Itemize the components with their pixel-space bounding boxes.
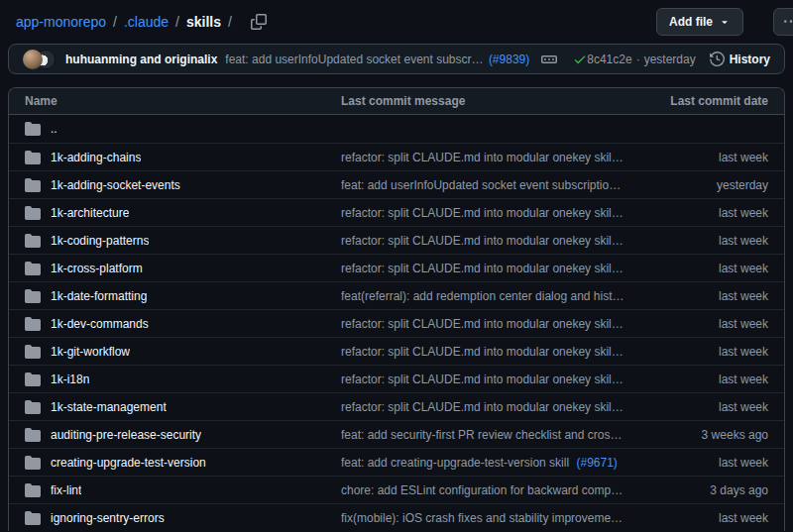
commit-authors[interactable]: huhuanming and originalix xyxy=(65,53,217,66)
file-table: Name Last commit message Last commit dat… xyxy=(8,87,785,531)
row-name-link[interactable]: 1k-adding-socket-events xyxy=(51,178,180,192)
folder-icon xyxy=(25,150,41,165)
row-message-text[interactable]: refactor: split CLAUDE.md into modular o… xyxy=(341,400,623,414)
row-date: 3 days ago xyxy=(649,483,768,497)
table-row[interactable]: 1k-cross-platform refactor: split CLAUDE… xyxy=(9,254,784,281)
table-row[interactable]: 1k-i18n refactor: split CLAUDE.md into m… xyxy=(9,365,784,392)
row-name-link[interactable]: 1k-dev-commands xyxy=(51,317,149,331)
name-cell: 1k-adding-socket-events xyxy=(25,177,341,193)
row-message-text[interactable]: refactor: split CLAUDE.md into modular o… xyxy=(341,317,623,331)
row-message-text[interactable]: fix(mobile): iOS crash fixes and stabili… xyxy=(341,511,626,525)
folder-icon xyxy=(25,205,41,221)
more-options-button[interactable] xyxy=(773,8,793,36)
folder-icon xyxy=(25,427,41,443)
table-row[interactable]: ignoring-sentry-errors fix(mobile): iOS … xyxy=(9,503,784,531)
table-row[interactable]: 1k-dev-commands refactor: split CLAUDE.m… xyxy=(9,309,784,337)
row-pr-link[interactable]: (#9839) xyxy=(623,178,649,192)
row-message-text[interactable]: refactor: split CLAUDE.md into modular o… xyxy=(341,234,623,248)
row-name-link[interactable]: 1k-i18n xyxy=(51,372,89,386)
table-row[interactable]: 1k-git-workflow refactor: split CLAUDE.m… xyxy=(9,337,784,365)
row-name-link[interactable]: 1k-git-workflow xyxy=(51,345,130,359)
row-pr-link[interactable]: (#9687) xyxy=(627,262,649,275)
row-pr-link[interactable]: (#9687) xyxy=(627,345,649,359)
row-message-text[interactable]: feat: add creating-upgrade-test-version … xyxy=(341,456,569,470)
row-date: last week xyxy=(649,262,768,275)
row-message-text[interactable]: feat: add security-first PR review check… xyxy=(341,428,649,442)
commit-comments-button[interactable] xyxy=(541,52,557,67)
name-cell: 1k-dev-commands xyxy=(25,316,341,332)
breadcrumb-parent-link[interactable]: .claude xyxy=(124,14,169,30)
table-row[interactable]: 1k-architecture refactor: split CLAUDE.m… xyxy=(9,198,784,226)
table-row[interactable]: 1k-adding-chains refactor: split CLAUDE.… xyxy=(9,143,784,170)
folder-icon xyxy=(25,510,41,526)
author-avatars[interactable] xyxy=(23,50,56,69)
breadcrumb-repo-link[interactable]: app-monorepo xyxy=(16,14,106,30)
row-pr-link[interactable]: (#9687) xyxy=(627,317,649,331)
row-message-text[interactable]: feat: add userInfoUpdated socket event s… xyxy=(341,178,621,192)
name-cell: 1k-cross-platform xyxy=(25,261,341,276)
row-pr-link[interactable]: (#9677) xyxy=(633,511,649,525)
folder-icon xyxy=(25,121,41,137)
row-name-link[interactable]: 1k-cross-platform xyxy=(51,262,143,275)
history-button[interactable]: History xyxy=(710,52,770,66)
table-row[interactable]: fix-lint chore: add ESLint configuration… xyxy=(9,476,784,503)
row-message-text[interactable]: refactor: split CLAUDE.md into modular o… xyxy=(341,345,623,359)
commit-bar-right: 8c41c2e · yesterday History xyxy=(587,52,770,66)
table-row[interactable]: 1k-date-formatting feat(referral): add r… xyxy=(9,281,784,309)
row-name-link[interactable]: 1k-adding-chains xyxy=(51,151,141,164)
add-file-label: Add file xyxy=(669,15,713,29)
row-name-link[interactable]: ignoring-sentry-errors xyxy=(51,511,165,525)
row-pr-link[interactable]: (#9687) xyxy=(627,206,649,220)
message-cell: refactor: split CLAUDE.md into modular o… xyxy=(341,151,649,164)
file-table-body: .. 1k-adding-chains refactor: split CLAU… xyxy=(9,115,784,531)
check-icon xyxy=(573,53,587,66)
name-cell: 1k-adding-chains xyxy=(25,150,341,165)
row-pr-link[interactable]: (#9687) xyxy=(627,372,649,386)
breadcrumb-separator: / xyxy=(175,14,179,30)
message-cell: fix(mobile): iOS crash fixes and stabili… xyxy=(341,511,649,525)
copy-path-button[interactable] xyxy=(249,12,269,32)
name-cell: ignoring-sentry-errors xyxy=(25,510,341,526)
row-message-text[interactable]: refactor: split CLAUDE.md into modular o… xyxy=(341,262,623,275)
name-cell: 1k-git-workflow xyxy=(25,344,341,360)
message-cell: feat(referral): add redemption center di… xyxy=(341,289,649,303)
row-date: yesterday xyxy=(649,178,768,192)
commit-pr-link[interactable]: (#9839) xyxy=(489,53,529,66)
row-message-text[interactable]: chore: add ESLint configuration for back… xyxy=(341,483,649,497)
commit-message-link[interactable]: feat: add userInfoUpdated socket event s… xyxy=(225,53,485,66)
table-row[interactable]: creating-upgrade-test-version feat: add … xyxy=(9,448,784,476)
row-date: last week xyxy=(649,317,768,331)
row-pr-link[interactable]: (#9671) xyxy=(576,456,617,470)
table-row[interactable]: auditing-pre-release-security feat: add … xyxy=(9,420,784,448)
row-pr-link[interactable]: (#9687) xyxy=(627,234,649,248)
folder-icon xyxy=(25,316,41,332)
row-pr-link[interactable]: (#9687) xyxy=(627,400,649,414)
row-name-link[interactable]: 1k-date-formatting xyxy=(51,289,147,303)
table-row[interactable]: .. xyxy=(9,115,784,143)
table-row[interactable]: 1k-adding-socket-events feat: add userIn… xyxy=(9,170,784,198)
table-row[interactable]: 1k-state-management refactor: split CLAU… xyxy=(9,392,784,420)
avatar[interactable] xyxy=(23,50,43,69)
row-name-link[interactable]: 1k-state-management xyxy=(51,400,167,414)
table-row[interactable]: 1k-coding-patterns refactor: split CLAUD… xyxy=(9,226,784,254)
name-cell: .. xyxy=(25,121,341,137)
folder-icon xyxy=(25,399,41,415)
row-message-text[interactable]: refactor: split CLAUDE.md into modular o… xyxy=(341,151,623,164)
row-name-link[interactable]: auditing-pre-release-security xyxy=(51,428,201,442)
commit-sha-link[interactable]: 8c41c2e xyxy=(587,53,631,66)
commit-checks-status-button[interactable] xyxy=(573,53,587,66)
row-message-text[interactable]: refactor: split CLAUDE.md into modular o… xyxy=(341,206,623,220)
commit-dot-separator: · xyxy=(636,53,640,66)
row-name-link[interactable]: fix-lint xyxy=(51,483,81,497)
file-table-header: Name Last commit message Last commit dat… xyxy=(9,88,784,115)
row-name-link[interactable]: 1k-coding-patterns xyxy=(51,234,149,248)
row-name-link[interactable]: .. xyxy=(51,122,57,136)
add-file-button[interactable]: Add file xyxy=(656,8,743,36)
row-message-text[interactable]: feat(referral): add redemption center di… xyxy=(341,289,649,303)
row-name-link[interactable]: 1k-architecture xyxy=(51,206,129,220)
row-pr-link[interactable]: (#9687) xyxy=(627,151,649,164)
row-date: last week xyxy=(649,206,768,220)
row-name-link[interactable]: creating-upgrade-test-version xyxy=(51,456,206,470)
commit-comments-icon xyxy=(541,52,557,67)
row-message-text[interactable]: refactor: split CLAUDE.md into modular o… xyxy=(341,372,623,386)
